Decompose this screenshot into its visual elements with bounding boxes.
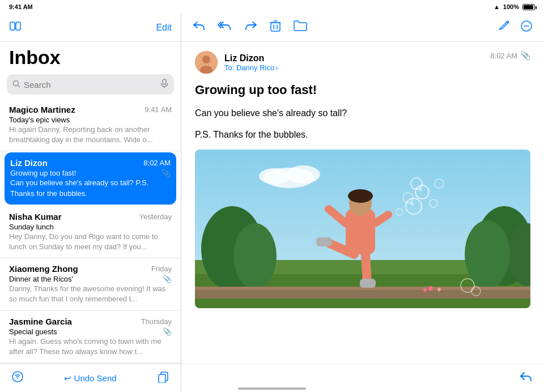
undo-send-button[interactable]: ↩ Undo Send <box>64 373 116 384</box>
email-time: Yesterday <box>139 212 172 221</box>
email-detail: Liz Dizon To: Danny Rico › 8:02 AM 📎 Gro… <box>181 14 544 392</box>
detail-toolbar <box>181 14 544 42</box>
email-time: Thursday <box>141 317 172 326</box>
sender-info: Liz Dizon To: Danny Rico › <box>195 51 278 74</box>
sender-name: Xiaomeng Zhong <box>9 264 78 274</box>
svg-point-49 <box>410 202 414 206</box>
email-subject-heading: Growing up too fast! <box>195 83 530 97</box>
email-preview: Hi again Danny, Reporting back on anothe… <box>9 125 172 145</box>
svg-point-27 <box>233 223 277 289</box>
svg-point-25 <box>465 220 510 288</box>
attachment-icon: 📎 <box>163 275 172 283</box>
svg-point-30 <box>428 286 433 291</box>
app-container: Edit Inbox <box>0 14 544 392</box>
email-subject: Sunday lunch <box>9 223 54 231</box>
list-item[interactable]: Liz Dizon 8:02 AM Growing up too fast! 📎… <box>5 152 176 204</box>
attachment-icon: 📎 <box>163 327 172 336</box>
svg-rect-39 <box>316 237 332 246</box>
email-subject: Dinner at the Ricos' <box>9 275 73 283</box>
search-input[interactable] <box>24 80 157 90</box>
sender-name: Nisha Kumar <box>9 212 62 221</box>
copy-icon[interactable] <box>157 370 169 386</box>
sidebar-toggle-icon[interactable] <box>9 20 22 35</box>
svg-point-18 <box>202 56 210 63</box>
detail-bottom-toolbar <box>181 364 544 392</box>
email-preview: Hey Danny, Do you and Rigo want to come … <box>9 232 172 252</box>
reply-button[interactable] <box>519 370 533 386</box>
svg-rect-0 <box>10 22 15 30</box>
edit-button[interactable]: Edit <box>156 23 172 33</box>
trash-button[interactable] <box>270 20 281 35</box>
svg-rect-4 <box>163 79 166 84</box>
search-icon <box>12 80 20 90</box>
email-subject: Today's epic views <box>9 116 70 124</box>
email-paragraph-1: Can you believe she's already so tall? <box>195 106 530 120</box>
compose-button[interactable] <box>498 20 510 35</box>
toolbar-left <box>193 20 307 35</box>
wifi-icon: ▲ <box>494 3 500 10</box>
mic-icon[interactable] <box>160 79 168 90</box>
sender-name: Magico Martinez <box>9 105 75 114</box>
email-paragraph-2: P.S. Thanks for the bubbles. <box>195 128 530 142</box>
forward-button[interactable] <box>245 20 257 35</box>
search-bar[interactable] <box>7 74 174 95</box>
svg-point-35 <box>348 189 373 203</box>
attachment-icon: 📎 <box>162 169 171 177</box>
email-subject: Growing up too fast! <box>10 169 76 177</box>
email-image <box>195 150 530 308</box>
email-time: 9:41 AM <box>144 105 172 114</box>
list-item[interactable]: Xiaomeng Zhong Friday Dinner at the Rico… <box>0 258 181 310</box>
sender-name: Liz Dizon <box>10 158 48 168</box>
svg-point-15 <box>526 25 527 27</box>
reply-all-button[interactable] <box>218 20 232 35</box>
mail-list: Magico Martinez 9:41 AM Today's epic vie… <box>0 99 181 364</box>
filter-icon[interactable] <box>11 370 24 386</box>
svg-line-40 <box>366 254 367 283</box>
svg-rect-8 <box>159 374 165 383</box>
list-item[interactable]: Jasmine Garcia Thursday Special guests 📎… <box>0 311 181 363</box>
sidebar-toolbar: Edit <box>0 14 181 42</box>
avatar <box>195 51 218 74</box>
email-received-time: 8:02 AM 📎 <box>490 51 530 60</box>
email-content: Liz Dizon To: Danny Rico › 8:02 AM 📎 Gro… <box>181 42 544 364</box>
svg-point-50 <box>419 189 422 191</box>
status-right: ▲ 100% <box>494 3 535 10</box>
status-bar: 9:41 AM ▲ 100% <box>0 0 544 14</box>
svg-point-32 <box>423 288 427 292</box>
svg-point-16 <box>528 25 529 27</box>
list-item[interactable]: Nisha Kumar Yesterday Sunday lunch Hey D… <box>0 206 181 258</box>
email-preview: Danny, Thanks for the awesome evening! I… <box>9 284 172 304</box>
sidebar-bottom-toolbar: ↩ Undo Send <box>0 364 181 392</box>
svg-rect-9 <box>271 23 280 31</box>
svg-rect-41 <box>360 279 376 288</box>
list-item[interactable]: Magico Martinez 9:41 AM Today's epic vie… <box>0 99 181 151</box>
battery-bar <box>522 4 535 10</box>
svg-line-3 <box>18 85 20 87</box>
sender-full-name: Liz Dizon <box>224 53 278 63</box>
email-time: 8:02 AM <box>143 159 171 167</box>
svg-rect-1 <box>16 22 20 30</box>
svg-point-54 <box>286 165 320 184</box>
more-button[interactable] <box>520 20 533 35</box>
email-header: Liz Dizon To: Danny Rico › 8:02 AM 📎 <box>195 51 530 74</box>
toolbar-right <box>498 20 533 35</box>
sender-name: Jasmine Garcia <box>9 317 72 326</box>
email-subject: Special guests <box>9 327 57 336</box>
battery-icon: 100% <box>503 3 519 10</box>
list-item[interactable]: ⚑ Ryan Notch Wednesday Out of town Howdy… <box>0 363 181 364</box>
sender-details: Liz Dizon To: Danny Rico › <box>224 53 278 72</box>
email-time: Friday <box>151 265 172 273</box>
email-preview: Can you believe she's already so tall? P… <box>10 178 171 198</box>
reply-back-button[interactable] <box>193 20 205 35</box>
folder-button[interactable] <box>294 20 307 35</box>
status-time: 9:41 AM <box>9 3 33 10</box>
home-indicator <box>238 387 306 390</box>
inbox-title: Inbox <box>0 42 181 72</box>
email-body: Can you believe she's already so tall? P… <box>195 106 530 142</box>
svg-point-31 <box>437 288 441 291</box>
email-image-placeholder <box>195 150 530 308</box>
svg-point-14 <box>524 25 525 27</box>
attachment-paperclip: 📎 <box>521 51 530 60</box>
svg-point-55 <box>259 168 291 184</box>
to-line[interactable]: To: Danny Rico › <box>224 63 278 72</box>
